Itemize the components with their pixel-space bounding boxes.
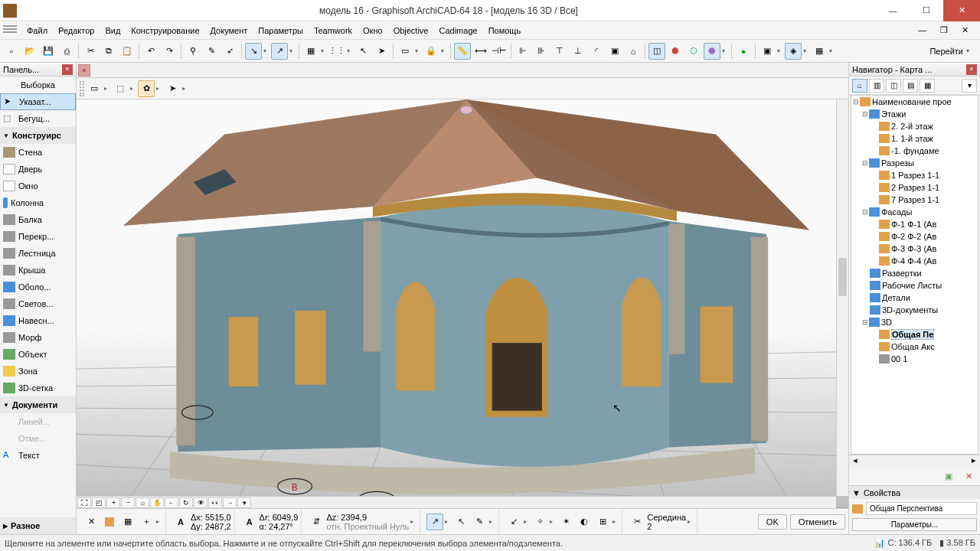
coord-icon[interactable]: ✕ bbox=[83, 514, 100, 530]
nav-layout-tab[interactable]: ◫ bbox=[886, 79, 901, 93]
view3d3-icon[interactable]: ⬡ bbox=[685, 43, 702, 60]
nav-extra-tab[interactable]: ▦ bbox=[920, 79, 935, 93]
snap-next[interactable]: ▸ bbox=[688, 518, 694, 525]
minimize-button[interactable]: — bbox=[876, 0, 910, 21]
nav-view-tab[interactable]: ▥ bbox=[869, 79, 884, 93]
pan-icon[interactable]: ↖ bbox=[354, 43, 371, 60]
menu-design[interactable]: Конструирование bbox=[126, 24, 204, 37]
nav-del-icon[interactable]: ✕ bbox=[960, 468, 977, 484]
text-tool[interactable]: AТекст bbox=[0, 447, 76, 464]
curtain-tool[interactable]: Навесн... bbox=[0, 312, 76, 329]
menu-view[interactable]: Вид bbox=[100, 24, 126, 37]
menu-file[interactable]: Файл bbox=[21, 24, 53, 37]
align2-icon[interactable]: ⊪ bbox=[533, 43, 550, 60]
nav-project-tab[interactable]: ⌂ bbox=[852, 79, 867, 93]
div5-icon[interactable]: ⊞ bbox=[594, 514, 611, 530]
save-icon[interactable]: 💾 bbox=[40, 43, 57, 60]
eyedrop-icon[interactable]: ✎ bbox=[203, 43, 220, 60]
coord-edit-icon[interactable] bbox=[101, 514, 118, 530]
walk-icon[interactable]: 👁 bbox=[194, 497, 207, 508]
arrow-icon[interactable]: ➤ bbox=[373, 43, 390, 60]
handle-icon[interactable] bbox=[80, 81, 84, 96]
navigator-close-icon[interactable]: × bbox=[966, 64, 977, 75]
align1-icon[interactable]: ⊩ bbox=[514, 43, 531, 60]
view3d2-icon[interactable]: ⬢ bbox=[667, 43, 684, 60]
pan-icon[interactable]: ✋ bbox=[150, 497, 164, 508]
new-icon[interactable]: ▫ bbox=[3, 43, 20, 60]
pointer-tool[interactable]: ➤Указат... bbox=[0, 93, 76, 110]
shell-tool[interactable]: Оболо... bbox=[0, 279, 76, 295]
coord-grid-icon[interactable]: ▦ bbox=[119, 514, 136, 530]
skylight-tool[interactable]: Светов... bbox=[0, 295, 76, 312]
zone-tool[interactable]: Зона bbox=[0, 363, 76, 380]
document-section[interactable]: ▼Документи bbox=[0, 396, 76, 413]
redo-icon[interactable]: ↷ bbox=[161, 43, 178, 60]
select-btn[interactable]: ➤ bbox=[164, 80, 181, 97]
nav-pub-tab[interactable]: ▤ bbox=[903, 79, 918, 93]
close-button[interactable]: ✕ bbox=[943, 0, 980, 21]
snap1-icon[interactable]: ↘ bbox=[245, 43, 262, 60]
vertical-scrollbar[interactable] bbox=[836, 99, 848, 496]
ruler-icon[interactable]: 📏 bbox=[454, 43, 471, 60]
inject-icon[interactable]: ➶ bbox=[221, 43, 238, 60]
zoom-out-icon[interactable]: － bbox=[121, 497, 135, 508]
column-tool[interactable]: Колонна bbox=[0, 194, 76, 211]
open-icon[interactable]: 📂 bbox=[21, 43, 38, 60]
lock-icon[interactable]: 🔒 bbox=[423, 43, 439, 60]
marquee-tool[interactable]: ⬚Бегущ... bbox=[0, 110, 76, 127]
print-icon[interactable]: ⎙ bbox=[58, 43, 75, 60]
mdi-minimize[interactable]: — bbox=[913, 23, 932, 37]
pick-icon[interactable]: ⚲ bbox=[185, 43, 201, 60]
align4-icon[interactable]: ⊥ bbox=[570, 43, 586, 60]
cancel-button[interactable]: Отменить bbox=[790, 514, 845, 530]
dots-icon[interactable]: ⋮⋮ bbox=[328, 43, 345, 60]
xy-icon[interactable]: A bbox=[172, 514, 189, 530]
cut-icon[interactable]: ✂ bbox=[82, 43, 99, 60]
orbit-icon[interactable]: ↻ bbox=[179, 497, 193, 508]
zoom-100-icon[interactable]: ⌕ bbox=[136, 497, 149, 508]
dim-icon[interactable]: ⊣⊢ bbox=[491, 43, 508, 60]
menu-window[interactable]: Окно bbox=[358, 24, 388, 37]
guide1-icon[interactable]: ↗ bbox=[426, 514, 443, 530]
slab-tool[interactable]: Перекр... bbox=[0, 228, 76, 245]
sel3-icon[interactable]: ▦ bbox=[811, 43, 828, 60]
tree-hscroll[interactable]: ◂▸ bbox=[849, 455, 980, 467]
copy-icon[interactable]: ⧉ bbox=[100, 43, 117, 60]
toolbox-close-icon[interactable]: × bbox=[62, 64, 73, 75]
favorite-btn[interactable]: ✿ bbox=[138, 80, 155, 97]
morph-tool[interactable]: Морф bbox=[0, 329, 76, 346]
mdi-close[interactable]: ✕ bbox=[956, 23, 974, 37]
next-view-icon[interactable]: → bbox=[223, 497, 237, 508]
menu-cadimage[interactable]: Cadimage bbox=[433, 24, 482, 37]
record-icon[interactable]: ● bbox=[735, 43, 752, 60]
navigator-tree[interactable]: ⊟Наименование прое ⊟Этажи 2. 2-й этаж 1.… bbox=[851, 95, 978, 455]
div2-icon[interactable]: ✧ bbox=[531, 514, 548, 530]
window-tool[interactable]: Окно bbox=[0, 178, 76, 194]
layers-btn[interactable]: ▭ bbox=[86, 80, 103, 97]
cube-icon[interactable]: ▣ bbox=[606, 43, 623, 60]
view3d1-icon[interactable]: ◫ bbox=[648, 43, 665, 60]
zoom-window-icon[interactable]: ◰ bbox=[92, 497, 106, 508]
menu-handle-icon[interactable] bbox=[3, 25, 17, 36]
div3-icon[interactable]: ✶ bbox=[557, 514, 574, 530]
sel1-icon[interactable]: ▣ bbox=[759, 43, 776, 60]
door-tool[interactable]: Дверь bbox=[0, 161, 76, 178]
menu-objective[interactable]: Objective bbox=[388, 24, 434, 37]
div4-icon[interactable]: ◐ bbox=[576, 514, 593, 530]
construct-section[interactable]: ▼Конструирс bbox=[0, 127, 76, 144]
ok-button[interactable]: OK bbox=[758, 514, 787, 530]
arc-icon[interactable]: ◜ bbox=[588, 43, 605, 60]
menu-options[interactable]: Параметры bbox=[253, 24, 309, 37]
look-icon[interactable]: 👀 bbox=[208, 497, 222, 508]
z-icon[interactable]: ⇵ bbox=[308, 514, 325, 530]
paste-icon[interactable]: 📋 bbox=[119, 43, 136, 60]
view-list-icon[interactable]: ▾ bbox=[237, 497, 251, 508]
prev-view-icon[interactable]: ← bbox=[165, 497, 178, 508]
wall-tool[interactable]: Стена bbox=[0, 144, 76, 161]
snap-icon[interactable]: ✂ bbox=[629, 514, 645, 530]
measure-icon[interactable]: ⟷ bbox=[472, 43, 489, 60]
guide2-icon[interactable]: ↖ bbox=[452, 514, 469, 530]
goto-dropdown[interactable]: Перейти▾ bbox=[925, 45, 977, 57]
coord-move-icon[interactable]: ＋ bbox=[138, 514, 155, 530]
marker-tool[interactable]: Отме... bbox=[0, 430, 76, 447]
